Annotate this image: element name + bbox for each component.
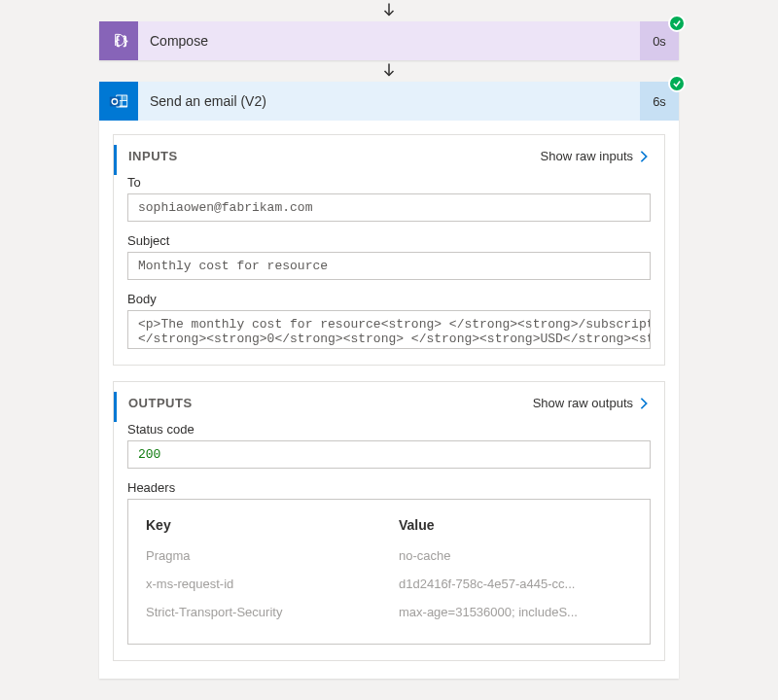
body-label: Body — [127, 292, 651, 306]
field-body: Body <p>The monthly cost for resource<st… — [127, 292, 651, 349]
show-raw-inputs-label: Show raw inputs — [541, 149, 633, 163]
show-raw-inputs-link[interactable]: Show raw inputs — [541, 149, 651, 163]
chevron-right-icon — [637, 397, 651, 410]
headers-label: Headers — [127, 480, 651, 495]
inputs-title: INPUTS — [128, 149, 178, 163]
action-body: INPUTS Show raw inputs To sophiaowen@fab… — [99, 121, 679, 679]
connector-arrow — [10, 0, 768, 21]
field-to: To sophiaowen@fabrikam.com — [127, 175, 651, 222]
connector-arrow — [10, 60, 768, 82]
action-title: Compose — [138, 21, 640, 60]
table-row-key: Strict-Transport-Security — [146, 605, 379, 633]
status-code-label: Status code — [127, 422, 651, 437]
outputs-title: OUTPUTS — [128, 396, 193, 410]
action-header: Send an email (V2) 6s — [99, 82, 679, 121]
action-title: Send an email (V2) — [138, 82, 640, 121]
success-badge-icon — [668, 15, 686, 32]
show-raw-outputs-link[interactable]: Show raw outputs — [533, 396, 651, 410]
show-raw-outputs-label: Show raw outputs — [533, 396, 633, 410]
body-value[interactable]: <p>The monthly cost for resource<strong>… — [127, 310, 651, 349]
table-row-value: max-age=31536000; includeS... — [399, 605, 632, 633]
action-card-send-email[interactable]: Send an email (V2) 6s INPUTS Show raw in… — [99, 82, 679, 679]
success-badge-icon — [668, 75, 686, 92]
headers-col-key: Key — [146, 517, 379, 548]
action-header: { } Compose 0s — [99, 21, 679, 60]
svg-text:{ }: { } — [115, 35, 128, 48]
table-row-key: x-ms-request-id — [146, 577, 379, 605]
field-headers: Headers Key Value Pragmano-cachex-ms-req… — [127, 480, 651, 645]
flow-run-details: { } Compose 0s Send an email (V2) 6s — [0, 0, 778, 700]
status-code-value[interactable]: 200 — [127, 440, 651, 469]
field-status-code: Status code 200 — [127, 422, 651, 469]
headers-col-value: Value — [399, 517, 632, 548]
table-row-value: d1d2416f-758c-4e57-a445-cc... — [399, 577, 632, 605]
table-row-value: no-cache — [399, 548, 632, 577]
action-card-compose[interactable]: { } Compose 0s — [99, 21, 679, 60]
subject-label: Subject — [127, 233, 651, 248]
to-label: To — [127, 175, 651, 190]
svg-rect-7 — [123, 101, 127, 106]
to-value[interactable]: sophiaowen@fabrikam.com — [127, 193, 651, 222]
inputs-panel: INPUTS Show raw inputs To sophiaowen@fab… — [113, 134, 665, 366]
outputs-panel: OUTPUTS Show raw outputs Status code 200… — [113, 381, 665, 661]
compose-icon: { } — [99, 21, 138, 60]
headers-table[interactable]: Key Value Pragmano-cachex-ms-request-idd… — [127, 499, 651, 645]
outlook-icon — [99, 82, 138, 121]
field-subject: Subject Monthly cost for resource — [127, 233, 651, 280]
subject-value[interactable]: Monthly cost for resource — [127, 252, 651, 280]
table-row-key: Pragma — [146, 548, 379, 577]
chevron-right-icon — [637, 150, 651, 163]
svg-rect-5 — [123, 96, 127, 101]
svg-rect-8 — [110, 96, 120, 106]
